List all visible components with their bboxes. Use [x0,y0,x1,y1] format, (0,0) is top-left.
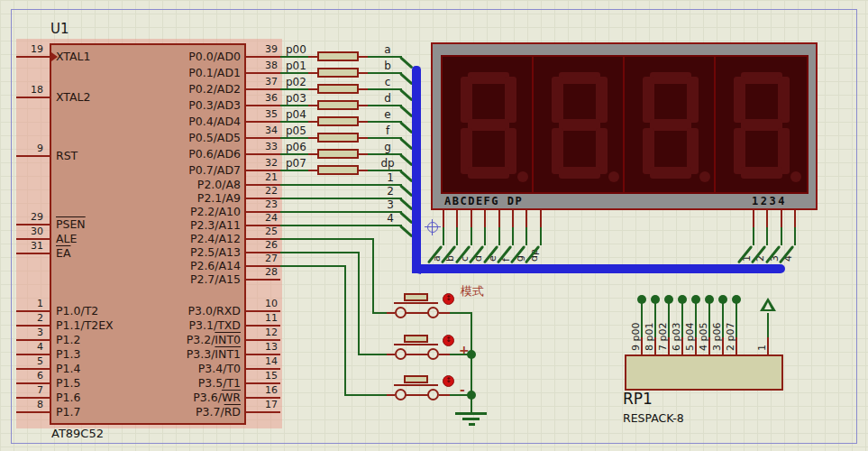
resistor-pack-body[interactable] [625,354,783,391]
net-label-vertical: 6 p03 [671,323,682,351]
display-pin-stub [753,210,754,227]
button-terminal[interactable] [395,389,407,400]
clock-pin-arrow-icon [51,52,58,61]
button-cap[interactable] [404,375,428,383]
wire-segment [308,105,317,106]
button-cap[interactable] [404,293,428,301]
wire-segment [359,170,368,171]
wire-segment [498,227,500,245]
mcu-pin-label: PSEN [56,217,86,231]
wire-segment [368,88,402,90]
resistor[interactable] [317,51,359,61]
button-terminal[interactable] [395,348,407,360]
button-actuator-icon[interactable]: ↕ [443,335,454,346]
mcu-pin-number: 10 [249,298,278,309]
wire-segment [484,227,486,245]
display-pin-stub [471,210,472,227]
display-pin-stub [456,210,458,227]
segment [559,72,600,84]
resistor[interactable] [317,100,359,110]
segment [643,77,654,123]
mcu-pin-stub [16,411,50,413]
mcu-pin-label: P2.4/A12 [115,232,241,245]
mcu-pin-stub [246,279,280,281]
button-actuator-icon[interactable]: ↕ [443,293,454,305]
display-pin-stub [766,210,768,227]
mcu-pin-label: P0.0/AD0 [115,50,241,63]
button-terminal[interactable] [427,389,439,400]
button-terminal[interactable] [395,307,407,318]
display-pin-stub [781,210,782,227]
wire-segment [439,394,450,396]
wire-segment [280,56,308,58]
terminal-dot [651,295,660,304]
bus[interactable] [412,66,421,274]
wire-segment [387,394,395,396]
mcu-pin-number: 2 [11,312,43,324]
mcu-pin-label: ALE [56,232,77,245]
mcu-pin-number: 12 [249,327,278,338]
resistor[interactable] [317,133,359,143]
mcu-pin-stub [16,253,50,254]
wire-segment [359,121,368,123]
wire-segment [766,227,768,245]
wire-segment [439,312,450,314]
segment [468,167,509,179]
wire-segment [794,227,796,245]
mcu-pin-stub [246,56,280,58]
wire-segment [308,137,317,139]
wire-segment [280,121,308,123]
mcu-pin-number: 19 [11,43,43,55]
resistor[interactable] [317,116,359,126]
mcu-pin-label: P1.4 [56,362,80,375]
mcu-pin-label: P0.3/AD3 [115,98,241,112]
resistor[interactable] [317,165,359,175]
resistor[interactable] [317,68,359,78]
bus[interactable] [412,264,785,273]
wire-segment [387,354,395,355]
mcu-pin-number: 7 [11,384,43,396]
terminal-dot [664,295,673,304]
wire-segment [280,153,308,155]
mcu-pin-number: 1 [11,298,43,309]
terminal-dot [705,295,714,304]
wire-segment [540,227,542,245]
segment [461,77,472,123]
digit-separator [714,57,716,192]
mcu-pin-label: P0.6/AD6 [115,147,241,161]
net-label: a [379,43,397,56]
mcu-pin-number: 5 [11,355,43,367]
segment [734,77,745,123]
mcu-pin-label: P3.6/WR [115,391,241,404]
resistor[interactable] [317,149,359,159]
wire-segment [368,105,402,106]
segment [778,77,790,123]
segment [650,167,691,179]
mcu-pin-label: P2.7/A15 [115,272,241,286]
wire-segment [443,227,444,245]
display-segment-legend: ABCDEFG DP [444,195,523,207]
mcu-pin-label: P1.7 [56,405,80,419]
button-actuator-icon[interactable]: ↕ [443,375,454,387]
terminal-dot [691,295,700,304]
wire-segment [368,121,402,123]
resistor[interactable] [317,84,359,94]
mcu-pin-number: 37 [249,76,278,87]
mcu-pin-stub [16,97,50,98]
net-label-vertical: 8 p01 [644,323,655,351]
net-label: p02 [286,76,306,88]
button-cap[interactable] [404,335,428,343]
wire-segment [767,313,769,337]
mcu-pin-label: P1.3 [56,347,80,361]
button-terminal[interactable] [427,348,439,360]
mcu-pin-number: 23 [249,198,278,210]
wire-segment [308,56,317,58]
mcu-pin-stub [246,153,280,155]
display-pin-stub [484,210,486,227]
wire-segment [387,312,395,314]
wire-segment [439,354,450,355]
wire-segment [368,72,402,74]
decimal-point [790,171,801,182]
button-terminal[interactable] [427,307,439,318]
net-label-vertical: 9 p00 [630,323,642,351]
